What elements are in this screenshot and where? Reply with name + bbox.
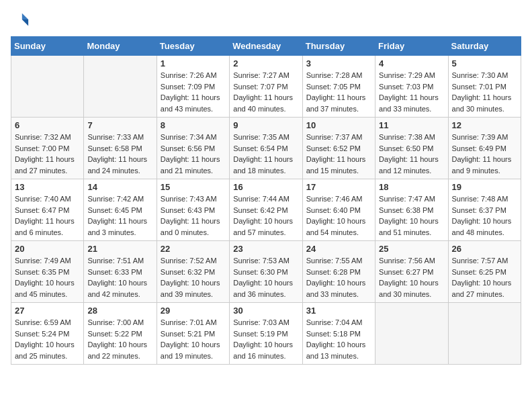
day-number: 20: [15, 244, 80, 254]
calendar-week: 1Sunrise: 7:26 AMSunset: 7:09 PMDaylight…: [11, 56, 521, 118]
calendar-cell: 7Sunrise: 7:33 AMSunset: 6:58 PMDaylight…: [84, 118, 157, 179]
calendar-cell: 15Sunrise: 7:43 AMSunset: 6:43 PMDayligh…: [157, 179, 229, 241]
calendar-cell: [11, 56, 84, 118]
day-number: 11: [379, 120, 444, 130]
calendar-cell: 24Sunrise: 7:55 AMSunset: 6:28 PMDayligh…: [302, 241, 375, 303]
day-number: 7: [87, 120, 152, 130]
day-number: 16: [233, 182, 298, 192]
calendar-cell: 8Sunrise: 7:34 AMSunset: 6:56 PMDaylight…: [157, 118, 229, 179]
day-info: Sunrise: 7:27 AMSunset: 7:07 PMDaylight:…: [233, 70, 298, 114]
day-info: Sunrise: 7:38 AMSunset: 6:50 PMDaylight:…: [379, 132, 444, 176]
day-info: Sunrise: 7:03 AMSunset: 5:19 PMDaylight:…: [233, 317, 298, 361]
day-number: 22: [161, 244, 226, 254]
calendar-cell: 23Sunrise: 7:53 AMSunset: 6:30 PMDayligh…: [230, 241, 302, 303]
day-number: 27: [15, 306, 80, 316]
day-number: 15: [161, 182, 226, 192]
header-day: Monday: [84, 37, 157, 56]
day-info: Sunrise: 7:51 AMSunset: 6:33 PMDaylight:…: [87, 255, 152, 300]
calendar-cell: 21Sunrise: 7:51 AMSunset: 6:33 PMDayligh…: [84, 241, 157, 303]
day-number: 19: [452, 182, 517, 192]
day-number: 28: [87, 306, 152, 316]
day-info: Sunrise: 7:55 AMSunset: 6:28 PMDaylight:…: [306, 255, 371, 300]
calendar-cell: [375, 303, 448, 365]
calendar-cell: 1Sunrise: 7:26 AMSunset: 7:09 PMDaylight…: [157, 56, 229, 118]
day-info: Sunrise: 7:37 AMSunset: 6:52 PMDaylight:…: [306, 132, 371, 176]
day-info: Sunrise: 7:26 AMSunset: 7:09 PMDaylight:…: [161, 70, 226, 114]
calendar-cell: [84, 56, 157, 118]
calendar-week: 13Sunrise: 7:40 AMSunset: 6:47 PMDayligh…: [11, 179, 521, 241]
calendar-cell: 6Sunrise: 7:32 AMSunset: 7:00 PMDaylight…: [11, 118, 84, 179]
day-info: Sunrise: 7:00 AMSunset: 5:22 PMDaylight:…: [87, 317, 152, 361]
header-day: Sunday: [11, 37, 84, 56]
day-info: Sunrise: 7:44 AMSunset: 6:42 PMDaylight:…: [233, 193, 298, 238]
calendar-cell: 2Sunrise: 7:27 AMSunset: 7:07 PMDaylight…: [230, 56, 302, 118]
calendar-cell: [448, 303, 521, 365]
header-row: SundayMondayTuesdayWednesdayThursdayFrid…: [11, 37, 521, 56]
calendar-week: 27Sunrise: 6:59 AMSunset: 5:24 PMDayligh…: [11, 303, 521, 365]
day-number: 1: [161, 58, 226, 68]
day-number: 30: [233, 306, 298, 316]
calendar-table: SundayMondayTuesdayWednesdayThursdayFrid…: [11, 36, 521, 365]
logo: [11, 11, 32, 30]
day-info: Sunrise: 7:46 AMSunset: 6:40 PMDaylight:…: [306, 193, 371, 238]
day-number: 14: [87, 182, 152, 192]
header-day: Thursday: [302, 37, 375, 56]
day-number: 9: [233, 120, 298, 130]
day-info: Sunrise: 7:01 AMSunset: 5:21 PMDaylight:…: [161, 317, 226, 361]
day-info: Sunrise: 7:52 AMSunset: 6:32 PMDaylight:…: [161, 255, 226, 300]
day-info: Sunrise: 7:39 AMSunset: 6:49 PMDaylight:…: [452, 132, 517, 176]
day-info: Sunrise: 7:49 AMSunset: 6:35 PMDaylight:…: [15, 255, 80, 300]
calendar-cell: 12Sunrise: 7:39 AMSunset: 6:49 PMDayligh…: [448, 118, 521, 179]
day-number: 21: [87, 244, 152, 254]
calendar-cell: 25Sunrise: 7:56 AMSunset: 6:27 PMDayligh…: [375, 241, 448, 303]
day-info: Sunrise: 7:47 AMSunset: 6:38 PMDaylight:…: [379, 193, 444, 238]
day-info: Sunrise: 7:56 AMSunset: 6:27 PMDaylight:…: [379, 255, 444, 300]
day-info: Sunrise: 7:48 AMSunset: 6:37 PMDaylight:…: [452, 193, 517, 238]
day-info: Sunrise: 7:35 AMSunset: 6:54 PMDaylight:…: [233, 132, 298, 176]
day-info: Sunrise: 7:33 AMSunset: 6:58 PMDaylight:…: [87, 132, 152, 176]
day-number: 3: [306, 58, 371, 68]
calendar-cell: 29Sunrise: 7:01 AMSunset: 5:21 PMDayligh…: [157, 303, 229, 365]
day-number: 4: [379, 58, 444, 68]
calendar-cell: 17Sunrise: 7:46 AMSunset: 6:40 PMDayligh…: [302, 179, 375, 241]
day-number: 23: [233, 244, 298, 254]
calendar-cell: 19Sunrise: 7:48 AMSunset: 6:37 PMDayligh…: [448, 179, 521, 241]
day-info: Sunrise: 7:34 AMSunset: 6:56 PMDaylight:…: [161, 132, 226, 176]
day-info: Sunrise: 7:57 AMSunset: 6:25 PMDaylight:…: [452, 255, 517, 300]
day-number: 12: [452, 120, 517, 130]
page-header: [11, 11, 521, 30]
day-number: 2: [233, 58, 298, 68]
header-day: Saturday: [448, 37, 521, 56]
header-day: Wednesday: [230, 37, 302, 56]
day-number: 18: [379, 182, 444, 192]
day-number: 31: [306, 306, 371, 316]
day-info: Sunrise: 7:30 AMSunset: 7:01 PMDaylight:…: [452, 70, 517, 114]
day-number: 25: [379, 244, 444, 254]
calendar-cell: 18Sunrise: 7:47 AMSunset: 6:38 PMDayligh…: [375, 179, 448, 241]
logo-icon: [11, 11, 30, 30]
calendar-cell: 20Sunrise: 7:49 AMSunset: 6:35 PMDayligh…: [11, 241, 84, 303]
calendar-week: 6Sunrise: 7:32 AMSunset: 7:00 PMDaylight…: [11, 118, 521, 179]
calendar-cell: 26Sunrise: 7:57 AMSunset: 6:25 PMDayligh…: [448, 241, 521, 303]
day-number: 17: [306, 182, 371, 192]
day-info: Sunrise: 7:04 AMSunset: 5:18 PMDaylight:…: [306, 317, 371, 361]
day-info: Sunrise: 7:29 AMSunset: 7:03 PMDaylight:…: [379, 70, 444, 114]
calendar-cell: 28Sunrise: 7:00 AMSunset: 5:22 PMDayligh…: [84, 303, 157, 365]
day-number: 26: [452, 244, 517, 254]
day-info: Sunrise: 7:40 AMSunset: 6:47 PMDaylight:…: [15, 193, 80, 238]
day-number: 24: [306, 244, 371, 254]
day-info: Sunrise: 7:43 AMSunset: 6:43 PMDaylight:…: [161, 193, 226, 238]
day-info: Sunrise: 7:28 AMSunset: 7:05 PMDaylight:…: [306, 70, 371, 114]
calendar-cell: 4Sunrise: 7:29 AMSunset: 7:03 PMDaylight…: [375, 56, 448, 118]
day-number: 10: [306, 120, 371, 130]
day-number: 13: [15, 182, 80, 192]
calendar-cell: 3Sunrise: 7:28 AMSunset: 7:05 PMDaylight…: [302, 56, 375, 118]
day-number: 29: [161, 306, 226, 316]
calendar-cell: 5Sunrise: 7:30 AMSunset: 7:01 PMDaylight…: [448, 56, 521, 118]
calendar-cell: 22Sunrise: 7:52 AMSunset: 6:32 PMDayligh…: [157, 241, 229, 303]
svg-marker-1: [22, 19, 28, 26]
day-number: 8: [161, 120, 226, 130]
header-day: Tuesday: [157, 37, 229, 56]
calendar-cell: 27Sunrise: 6:59 AMSunset: 5:24 PMDayligh…: [11, 303, 84, 365]
calendar-cell: 10Sunrise: 7:37 AMSunset: 6:52 PMDayligh…: [302, 118, 375, 179]
